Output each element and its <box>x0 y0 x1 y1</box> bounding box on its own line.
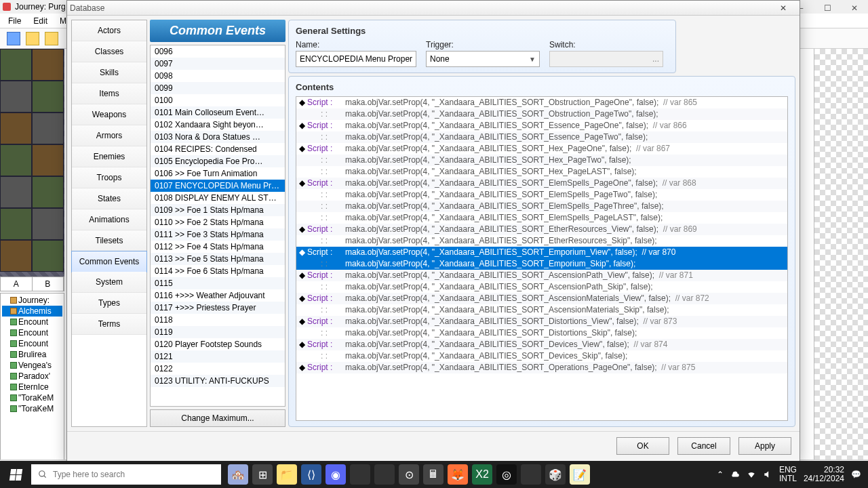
event-command-line[interactable]: : : maka.objVar.setProp(4, "_Xandaara_AB… <box>296 304 787 316</box>
map-tree-item[interactable]: Brulirea <box>2 349 62 360</box>
common-events-list[interactable]: 009600970098009901000101 Main Colloseum … <box>150 45 285 407</box>
map-tree-item[interactable]: Encount <box>2 317 62 327</box>
map-tree-item[interactable]: "ToraKeM <box>2 403 62 414</box>
change-maximum-button[interactable]: Change Maximum... <box>150 409 285 427</box>
common-event-item[interactable]: 0104 RECIPES: Condensed <box>151 143 285 155</box>
notepad-icon[interactable]: 📝 <box>570 464 590 485</box>
taskbar-app-icon[interactable] <box>350 464 370 485</box>
common-event-item[interactable]: 0114 >> Foe 6 Stats Hp/mana <box>151 265 285 277</box>
toolbar-icon[interactable] <box>45 32 58 45</box>
event-command-line[interactable]: : : maka.objVar.setProp(4, "_Xandaara_AB… <box>296 131 787 143</box>
map-tree-item[interactable]: Vengea's <box>2 360 62 371</box>
category-skills[interactable]: Skills <box>72 62 146 83</box>
taskbar-app-icon[interactable] <box>374 464 395 485</box>
tray-chevron-up-icon[interactable]: ⌃ <box>717 470 724 479</box>
common-event-item[interactable]: 0122 <box>151 363 285 375</box>
tileset-tabs[interactable]: A B <box>0 277 64 291</box>
common-event-item[interactable]: 0106 >> Foe Turn Animation <box>151 167 285 180</box>
taskbar-app-icon[interactable] <box>521 464 541 485</box>
category-animations[interactable]: Animations <box>72 209 146 230</box>
event-command-line[interactable]: ◆Script : maka.objVar.setProp(4, "_Xanda… <box>296 224 787 235</box>
common-event-item[interactable]: 0099 <box>151 82 285 94</box>
common-event-item[interactable]: 0116 +>>> Weather Adjouvant <box>151 289 285 302</box>
database-category-list[interactable]: ActorsClassesSkillsItemsWeaponsArmorsEne… <box>71 20 147 427</box>
map-tree-item[interactable]: Encount <box>2 338 62 349</box>
tileset-tab-a[interactable]: A <box>1 277 33 291</box>
common-event-item[interactable]: 0113 >> Foe 5 Stats Hp/mana <box>151 253 285 265</box>
notifications-icon[interactable]: 💬 <box>851 470 861 479</box>
event-command-line[interactable]: : : maka.objVar.setProp(4, "_Xandaara_AB… <box>296 235 787 247</box>
event-command-line[interactable]: ◆Script : maka.objVar.setProp(4, "_Xanda… <box>296 339 787 350</box>
taskbar-app-icon[interactable]: ⊙ <box>399 464 419 485</box>
trigger-combobox[interactable]: None ▼ <box>426 51 540 67</box>
dialog-titlebar[interactable]: Database ✕ <box>67 1 800 16</box>
category-system[interactable]: System <box>72 272 146 293</box>
event-command-line[interactable]: ◆Script : maka.objVar.setProp(4, "_Xanda… <box>296 247 787 258</box>
volume-icon[interactable] <box>763 470 772 479</box>
event-command-line[interactable]: ◆Script : maka.objVar.setProp(4, "_Xanda… <box>296 270 787 281</box>
event-command-line[interactable]: : : maka.objVar.setProp(4, "_Xandaara_AB… <box>296 108 787 120</box>
ok-button[interactable]: OK <box>616 437 669 455</box>
common-event-item[interactable]: 0118 <box>151 314 285 326</box>
tileset-tab-b[interactable]: B <box>33 277 64 291</box>
start-button[interactable] <box>0 461 31 488</box>
taskbar-app-icon[interactable]: 🏘️ <box>228 464 248 485</box>
common-event-item[interactable]: 0121 <box>151 350 285 363</box>
event-command-line[interactable]: : : maka.objVar.setProp(4, "_Xandaara_AB… <box>296 201 787 212</box>
vscode-icon[interactable]: ⟨⟩ <box>301 464 321 485</box>
toolbar-icon[interactable] <box>7 32 20 45</box>
event-command-list[interactable]: ◆Script : maka.objVar.setProp(4, "_Xanda… <box>296 96 788 421</box>
common-event-item[interactable]: 0110 >> Foe 2 Stats Hp/mana <box>151 216 285 228</box>
event-command-line[interactable]: ◆Script : maka.objVar.setProp(4, "_Xanda… <box>296 293 787 304</box>
common-event-item[interactable]: 0098 <box>151 70 285 82</box>
event-command-line[interactable]: ◆Script : maka.objVar.setProp(4, "_Xanda… <box>296 316 787 327</box>
category-weapons[interactable]: Weapons <box>72 104 146 125</box>
steam-icon[interactable]: ◎ <box>496 464 517 485</box>
common-event-item[interactable]: 0120 Player Footstep Sounds <box>151 338 285 350</box>
common-event-item[interactable]: 0105 Encyclopedia Foe Pro… <box>151 155 285 167</box>
category-items[interactable]: Items <box>72 83 146 104</box>
system-tray[interactable]: ⌃ ENGINTL 20:3224/12/2024 💬 <box>717 466 868 483</box>
category-troops[interactable]: Troops <box>72 167 146 188</box>
event-command-line[interactable]: ◆Script : maka.objVar.setProp(4, "_Xanda… <box>296 143 787 155</box>
map-tree-item[interactable]: Journey: <box>2 295 62 306</box>
event-command-line[interactable]: : : maka.objVar.setProp(4, "_Xandaara_AB… <box>296 350 787 362</box>
category-actors[interactable]: Actors <box>72 20 146 41</box>
taskbar-search[interactable]: Type here to search <box>31 464 221 485</box>
common-event-item[interactable]: 0108 DISPLAY ENEMY ALL ST… <box>151 192 285 204</box>
category-enemies[interactable]: Enemies <box>72 146 146 167</box>
common-event-item[interactable]: 0111 >> Foe 3 Stats Hp/mana <box>151 228 285 241</box>
category-armors[interactable]: Armors <box>72 125 146 146</box>
apply-button[interactable]: Apply <box>738 437 791 455</box>
toolbar-icon[interactable] <box>26 32 39 45</box>
map-tree-item[interactable]: Paradox' <box>2 371 62 382</box>
map-canvas[interactable] <box>814 49 868 470</box>
name-input[interactable] <box>296 51 416 67</box>
common-event-item[interactable]: 0102 Xandaara Sight beyon… <box>151 119 285 131</box>
common-event-item[interactable]: 0112 >> Foe 4 Stats Hp/mana <box>151 241 285 253</box>
common-event-item[interactable]: 0119 <box>151 326 285 338</box>
cancel-button[interactable]: Cancel <box>677 437 730 455</box>
menu-edit[interactable]: Edit <box>33 16 47 26</box>
clock[interactable]: 20:3224/12/2024 <box>804 466 844 483</box>
event-command-line[interactable]: : : maka.objVar.setProp(4, "_Xandaara_AB… <box>296 189 787 201</box>
outer-close-button[interactable]: ✕ <box>841 0 868 16</box>
firefox-icon[interactable]: 🦊 <box>448 464 468 485</box>
calculator-icon[interactable]: 🖩 <box>423 464 443 485</box>
common-event-item[interactable]: 0096 <box>151 45 285 58</box>
common-event-item[interactable]: 0109 >> Foe 1 Stats Hp/mana <box>151 204 285 216</box>
excel-icon[interactable]: X2 <box>472 464 492 485</box>
menu-m[interactable]: M <box>60 16 66 26</box>
category-types[interactable]: Types <box>72 293 146 314</box>
common-event-item[interactable]: 0107 ENCYCLOPEDIA Menu Pr… <box>151 180 285 192</box>
common-event-item[interactable]: 0103 Nora & Dora Statues … <box>151 131 285 143</box>
map-tree[interactable]: Journey:AlchemisEncountEncountEncountBru… <box>0 293 64 470</box>
category-classes[interactable]: Classes <box>72 41 146 62</box>
discord-icon[interactable]: ◉ <box>326 464 346 485</box>
event-command-line[interactable]: : : maka.objVar.setProp(4, "_Xandaara_AB… <box>296 155 787 166</box>
outer-maximize-button[interactable]: ☐ <box>814 0 841 16</box>
event-command-line[interactable]: : : maka.objVar.setProp(4, "_Xandaara_AB… <box>296 166 787 178</box>
event-command-line[interactable]: : : maka.objVar.setProp(4, "_Xandaara_AB… <box>296 327 787 339</box>
common-event-item[interactable]: 0115 <box>151 277 285 289</box>
category-states[interactable]: States <box>72 188 146 209</box>
